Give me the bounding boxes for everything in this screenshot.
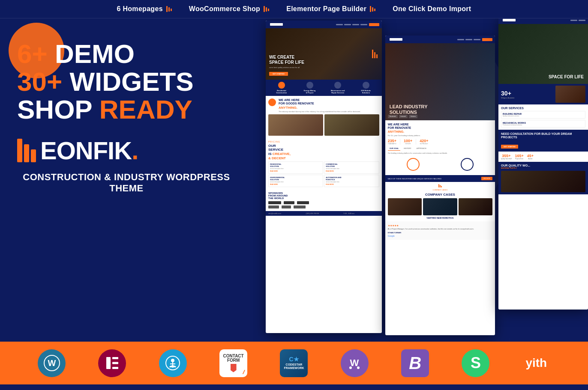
yith-icon: yith — [522, 357, 550, 369]
demo3-nav-logo — [503, 19, 516, 21]
service-icon-2: Energy Mining& Project — [297, 82, 323, 94]
cf-inner: CONTACT FORM — [223, 354, 244, 372]
s2-divider-2 — [416, 139, 416, 145]
svg-rect-4 — [112, 357, 118, 359]
s2-num-success: 420+ KG PROJECT — [420, 139, 428, 145]
svg-point-15 — [357, 366, 360, 369]
theme-logo-area: EONFIK. — [17, 136, 236, 165]
demo1-hero: WE CREATESPACE FOR LIFE some best qualit… — [266, 28, 382, 80]
svg-rect-6 — [112, 367, 118, 369]
s3-quality-title: OUR QUALITY WO... — [501, 164, 585, 167]
feature-demo-import: One Click Demo Import — [393, 5, 471, 13]
cf-text-form: FORM — [227, 358, 240, 363]
s3-service-item-1: BUILDING REPAIR Quality construction ser… — [501, 111, 585, 119]
elementor-icon — [98, 349, 126, 377]
right-screenshots-panel: WE CREATESPACE FOR LIFE some best qualit… — [253, 18, 588, 342]
stripe-icon-1 — [166, 6, 172, 12]
demo2-industries-bar: EACH OF THESE INDUSTRIES HAS UNIQUE SERV… — [385, 175, 495, 182]
demo3-consult: NEED CONSULTATION FOR BUILD YOUR DREAM P… — [498, 130, 588, 152]
demo1-nav — [266, 21, 382, 28]
demo3-hero-text: SPACE FOR LIFE — [549, 74, 584, 80]
demo3-30plus: 30+ Widgets Available — [498, 84, 588, 104]
s4g-title-2: COMMERCIALSOLUTION — [326, 163, 377, 167]
wah-title: WE ARE HEREFOR GOODS RENOVATE — [279, 98, 360, 106]
service-icon-3: Maintenance andRepair Services — [324, 82, 351, 94]
cc-label: COMPANY CASES — [388, 189, 492, 191]
woocommerce-icon: W — [341, 349, 369, 377]
demo-import-label: One Click Demo Import — [393, 5, 471, 13]
industries-btn: SEE MORE — [481, 177, 492, 180]
renovate-img-2 — [324, 114, 379, 136]
stat-demo: 6+ DEMO — [17, 40, 236, 68]
demo2-nav-logo — [390, 38, 402, 41]
wah-subtitle: ANYTHING. — [279, 106, 360, 110]
service-card-2: COMMERCIALSOLUTION service description h… — [324, 161, 379, 174]
homepages-label: 6 Homepages — [117, 5, 163, 13]
svg-text:W: W — [350, 357, 359, 368]
svg-rect-3 — [106, 357, 111, 369]
plugin-bootstrap: B — [401, 349, 429, 377]
s4g-sub-3: service description here — [270, 181, 321, 183]
demo1-hero-overlay: WE CREATESPACE FOR LIFE some best qualit… — [266, 28, 382, 80]
tab-approach: APPROACH — [415, 146, 428, 151]
demo3-nav — [498, 18, 588, 24]
screenshot-column-1: WE CREATESPACE FOR LIFE some best qualit… — [266, 21, 382, 339]
feature-elementor: Elementor Page Builder — [286, 5, 375, 13]
case-img-2 — [423, 198, 457, 215]
tab-our-goal: OUR GOAL — [388, 146, 401, 151]
s4g-more-2: READ MORE — [326, 170, 377, 172]
testimonial-source: Google — [388, 235, 492, 237]
testimonial-stars: ★★★★★ — [388, 224, 492, 227]
logo-stripes-icon — [17, 139, 36, 162]
sponsor-logo-necu — [282, 205, 291, 208]
cf-text-contact: CONTACT — [223, 354, 244, 358]
demo1-wah-inner: WE ARE HEREFOR GOODS RENOVATE ANYTHING. … — [268, 98, 379, 113]
plugin-codestar — [159, 349, 187, 377]
plugin-slider-rev: S — [462, 349, 489, 377]
demo1-sponsors: SPONSORSFROM AROUNDTHE WORLD — [266, 189, 382, 211]
renovate-img-1 — [268, 114, 323, 136]
s4g-more-4: READ MORE — [326, 184, 377, 185]
plugin-elementor — [98, 349, 126, 377]
industries-label: EACH OF THESE INDUSTRIES HAS UNIQUE SERV… — [388, 178, 442, 180]
stat-shop: SHOP READY — [17, 95, 236, 123]
bootstrap-icon: B — [401, 349, 429, 377]
demo2-tab-content: Our leading industry platform for constr… — [388, 152, 492, 154]
service-pretitle: PRICING — [268, 140, 379, 143]
case-img-1 — [388, 198, 422, 215]
stripe-icon-2 — [264, 6, 269, 12]
svg-point-8 — [171, 359, 174, 362]
s3-quality-sub: MATERIAL SUPPLY — [501, 167, 585, 169]
demo3-hero: SPACE FOR LIFE — [498, 24, 588, 84]
s4g-title-3: ENVIRONMENTALSOLUTION — [270, 176, 321, 181]
demo1-nav-links — [336, 24, 367, 25]
demo2-history-tabs: OUR GOAL HISTORY APPROACH — [388, 146, 492, 151]
s3-consult-btn[interactable]: GET STARTED — [501, 145, 518, 149]
woocommerce-label: WooCommerce Shop — [189, 5, 260, 13]
demo2-nav-button — [482, 38, 492, 41]
plugin-contact-form: CONTACT FORM / — [219, 349, 247, 377]
s2-btn-1: Residential — [388, 115, 398, 118]
wah-desc: The industry standard dummy text of the … — [279, 110, 360, 113]
demo1-hero-bars — [372, 50, 378, 58]
s2-num-history: 100+ HISTORY — [404, 139, 412, 145]
demo3-30plus-inner: 30+ Widgets Available — [501, 90, 515, 99]
robot-text: VERTRIO NEW ROBOTICS — [388, 217, 492, 219]
demo2-numbers: 235+ TEAM MATTO 100+ HISTORY 420+ — [388, 139, 492, 145]
demo-screen-2: LEAD INDUSTRYSOLUTIONS Residential Indus… — [385, 36, 495, 335]
demo-screen-1: WE CREATESPACE FOR LIFE some best qualit… — [266, 21, 382, 333]
screenshots-container: WE CREATESPACE FOR LIFE some best qualit… — [266, 21, 588, 339]
cf-flag — [231, 364, 237, 372]
screenshot-column-2: LEAD INDUSTRYSOLUTIONS Residential Indus… — [385, 29, 495, 342]
service-icon-1: ResidentialConstruction — [268, 82, 295, 94]
service-card-4: AUTOMATION ANDROBOTICS service descripti… — [324, 175, 379, 187]
s4g-more-3: READ MORE — [270, 184, 321, 185]
demo3-services: OUR SERVICES BUILDING REPAIR Quality con… — [498, 104, 588, 130]
plugin-yith: yith — [522, 357, 550, 369]
plugin-woocommerce: W — [341, 349, 369, 377]
demo2-wah-sub: For 15+ year Our leading industry platfo… — [388, 134, 492, 137]
s3-stat-355: 355+ Quality Team Staff — [501, 154, 511, 160]
company-cases-icon-row — [388, 184, 492, 188]
stripe-icon-3 — [370, 6, 375, 12]
circle-2 — [461, 158, 474, 171]
